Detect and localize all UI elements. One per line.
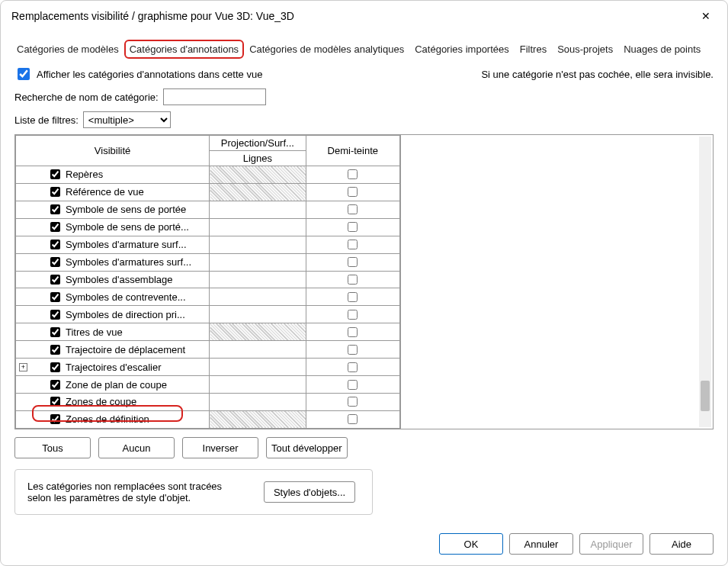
- projection-cell[interactable]: [210, 341, 306, 359]
- projection-cell[interactable]: [210, 183, 306, 201]
- object-styles-button[interactable]: Styles d'objets...: [264, 481, 355, 503]
- halftone-checkbox[interactable]: [348, 292, 358, 302]
- row-visibility-checkbox[interactable]: [50, 275, 60, 285]
- row-visibility-checkbox[interactable]: [50, 292, 60, 302]
- row-visibility-checkbox[interactable]: [50, 327, 60, 337]
- halftone-cell[interactable]: [306, 253, 399, 271]
- row-visibility-checkbox[interactable]: [50, 380, 60, 390]
- ok-button[interactable]: OK: [439, 533, 503, 555]
- table-row[interactable]: +Symbole de sens de portée: [16, 201, 400, 218]
- halftone-checkbox[interactable]: [348, 310, 358, 320]
- none-button[interactable]: Aucun: [98, 437, 175, 458]
- invert-button[interactable]: Inverser: [182, 437, 258, 458]
- halftone-cell[interactable]: [306, 359, 399, 376]
- halftone-cell[interactable]: [306, 341, 399, 359]
- halftone-checkbox[interactable]: [348, 414, 358, 424]
- show-categories-checkbox[interactable]: Afficher les catégories d'annotations da…: [14, 66, 262, 82]
- projection-cell[interactable]: [210, 288, 306, 306]
- filter-select[interactable]: <multiple>: [83, 111, 171, 128]
- dialog-footer: OK Annuler Appliquer Aide: [1, 523, 727, 565]
- halftone-checkbox[interactable]: [348, 204, 358, 214]
- halftone-cell[interactable]: [306, 323, 399, 341]
- projection-cell[interactable]: [210, 271, 306, 288]
- tab-nuages-de-points[interactable]: Nuages de points: [618, 40, 706, 59]
- halftone-cell[interactable]: [306, 271, 399, 288]
- table-row[interactable]: +Trajectoires d'escalier: [16, 359, 400, 376]
- halftone-cell[interactable]: [306, 236, 399, 253]
- halftone-checkbox[interactable]: [348, 397, 358, 407]
- row-visibility-checkbox[interactable]: [50, 187, 60, 197]
- halftone-cell[interactable]: [306, 410, 399, 428]
- row-visibility-checkbox[interactable]: [50, 310, 60, 320]
- table-row[interactable]: +Symboles d'armature surf...: [16, 236, 400, 253]
- projection-cell[interactable]: [210, 410, 306, 428]
- apply-button[interactable]: Appliquer: [579, 533, 643, 555]
- tab-filtres[interactable]: Filtres: [515, 40, 552, 59]
- projection-cell[interactable]: [210, 253, 306, 271]
- row-visibility-checkbox[interactable]: [50, 222, 60, 232]
- row-visibility-checkbox[interactable]: [50, 362, 60, 372]
- projection-cell[interactable]: [210, 201, 306, 218]
- halftone-checkbox[interactable]: [348, 327, 358, 337]
- table-row[interactable]: +Symboles d'assemblage: [16, 271, 400, 288]
- tab-cat-gories-d-annotations[interactable]: Catégories d'annotations: [124, 40, 244, 59]
- tab-cat-gories-de-mod-les-analytiques[interactable]: Catégories de modèles analytiques: [244, 40, 409, 59]
- table-row[interactable]: +Référence de vue: [16, 183, 400, 201]
- show-categories-input[interactable]: [18, 68, 30, 80]
- row-visibility-checkbox[interactable]: [50, 204, 60, 214]
- projection-cell[interactable]: [210, 393, 306, 410]
- scrollbar-thumb[interactable]: [701, 381, 710, 411]
- halftone-cell[interactable]: [306, 166, 399, 184]
- row-visibility-checkbox[interactable]: [50, 240, 60, 249]
- tab-cat-gories-import-es[interactable]: Catégories importées: [409, 40, 515, 59]
- scrollbar[interactable]: [699, 137, 711, 427]
- close-icon[interactable]: ✕: [695, 7, 717, 25]
- projection-cell[interactable]: [210, 306, 306, 323]
- halftone-cell[interactable]: [306, 218, 399, 236]
- halftone-cell[interactable]: [306, 288, 399, 306]
- row-visibility-checkbox[interactable]: [50, 345, 60, 355]
- projection-cell[interactable]: [210, 359, 306, 376]
- row-visibility-checkbox[interactable]: [50, 397, 60, 407]
- projection-cell[interactable]: [210, 376, 306, 394]
- table-row[interactable]: +Titres de vue: [16, 323, 400, 341]
- halftone-cell[interactable]: [306, 376, 399, 394]
- halftone-cell[interactable]: [306, 201, 399, 218]
- row-visibility-checkbox[interactable]: [50, 169, 60, 179]
- row-visibility-checkbox[interactable]: [50, 414, 60, 424]
- table-row[interactable]: +Symboles de direction pri...: [16, 306, 400, 323]
- table-row[interactable]: +Symboles de contrevente...: [16, 288, 400, 306]
- table-row[interactable]: +Zones de coupe: [16, 393, 400, 410]
- table-row[interactable]: +Zones de définition: [16, 410, 400, 428]
- search-input[interactable]: [163, 88, 266, 105]
- halftone-cell[interactable]: [306, 393, 399, 410]
- halftone-checkbox[interactable]: [348, 240, 358, 249]
- help-button[interactable]: Aide: [649, 533, 714, 555]
- row-visibility-checkbox[interactable]: [50, 257, 60, 267]
- halftone-checkbox[interactable]: [348, 380, 358, 390]
- projection-cell[interactable]: [210, 236, 306, 253]
- halftone-checkbox[interactable]: [348, 275, 358, 285]
- table-row[interactable]: +Zone de plan de coupe: [16, 376, 400, 394]
- table-row[interactable]: +Symboles d'armatures surf...: [16, 253, 400, 271]
- table-row[interactable]: +Repères: [16, 166, 400, 184]
- expand-icon[interactable]: +: [19, 363, 27, 371]
- table-row[interactable]: +Symbole de sens de porté...: [16, 218, 400, 236]
- expand-all-button[interactable]: Tout développer: [266, 437, 348, 458]
- halftone-cell[interactable]: [306, 183, 399, 201]
- cancel-button[interactable]: Annuler: [509, 533, 573, 555]
- projection-cell[interactable]: [210, 323, 306, 341]
- halftone-checkbox[interactable]: [348, 362, 358, 372]
- halftone-checkbox[interactable]: [348, 169, 358, 179]
- table-row[interactable]: +Trajectoire de déplacement: [16, 341, 400, 359]
- projection-cell[interactable]: [210, 166, 306, 184]
- halftone-checkbox[interactable]: [348, 222, 358, 232]
- all-button[interactable]: Tous: [14, 437, 91, 458]
- halftone-cell[interactable]: [306, 306, 399, 323]
- tab-sous-projets[interactable]: Sous-projets: [552, 40, 618, 59]
- halftone-checkbox[interactable]: [348, 257, 358, 267]
- halftone-checkbox[interactable]: [348, 187, 358, 197]
- tab-cat-gories-de-mod-les[interactable]: Catégories de modèles: [11, 40, 124, 59]
- projection-cell[interactable]: [210, 218, 306, 236]
- halftone-checkbox[interactable]: [348, 345, 358, 355]
